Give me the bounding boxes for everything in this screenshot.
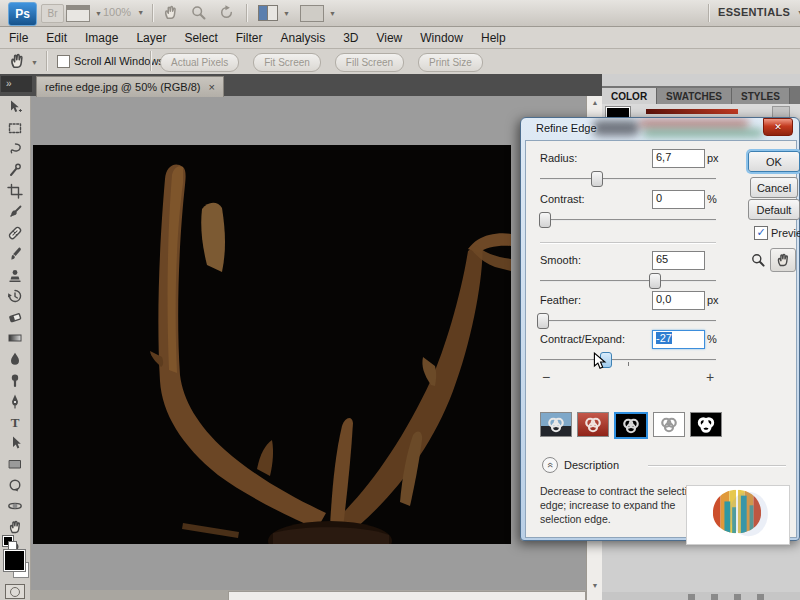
hand-tool-icon[interactable] bbox=[162, 4, 179, 25]
workspace-switcher[interactable]: ESSENTIALS ▼ bbox=[718, 6, 800, 18]
menu-item-layer[interactable]: Layer bbox=[127, 31, 175, 45]
radius-unit: px bbox=[707, 152, 719, 164]
panel-tab-styles[interactable]: STYLES bbox=[732, 88, 790, 104]
menu-item-filter[interactable]: Filter bbox=[227, 31, 272, 45]
cancel-button[interactable]: Cancel bbox=[750, 177, 798, 198]
rotate-view-icon[interactable] bbox=[218, 4, 235, 25]
horizontal-scrollbar[interactable] bbox=[30, 590, 586, 600]
preview-mode-on-black[interactable] bbox=[614, 412, 648, 439]
quick-mask-button[interactable] bbox=[5, 584, 25, 599]
menu-item-window[interactable]: Window bbox=[411, 31, 472, 45]
glass-reflection bbox=[639, 119, 749, 128]
radius-slider[interactable] bbox=[540, 170, 716, 186]
tool-brush[interactable] bbox=[3, 243, 27, 264]
description-collapse-button[interactable]: « bbox=[542, 457, 558, 473]
contrast-slider[interactable] bbox=[540, 211, 716, 227]
view-extras-button[interactable]: ▼ bbox=[66, 5, 102, 22]
tool-rectangular-marquee[interactable] bbox=[3, 117, 27, 138]
tool-eraser[interactable] bbox=[3, 306, 27, 327]
contrast-slider-thumb[interactable] bbox=[539, 212, 551, 228]
scroll-down-icon[interactable]: ▼ bbox=[587, 582, 603, 589]
tools-panel-collapse[interactable]: » bbox=[1, 76, 32, 92]
tool-path-selection[interactable] bbox=[3, 432, 27, 453]
tool-dodge[interactable] bbox=[3, 369, 27, 390]
tool-quick-selection[interactable] bbox=[3, 159, 27, 180]
optionsbar-button-actual-pixels[interactable]: Actual Pixels bbox=[160, 53, 239, 72]
preview-mode-standard[interactable] bbox=[540, 412, 572, 437]
tool-move[interactable] bbox=[3, 96, 27, 117]
smooth-input[interactable]: 65 bbox=[652, 251, 705, 270]
tool-blur[interactable] bbox=[3, 348, 27, 369]
bridge-button[interactable]: Br bbox=[41, 4, 64, 23]
menu-item-view[interactable]: View bbox=[367, 31, 411, 45]
menu-item-select[interactable]: Select bbox=[175, 31, 226, 45]
options-bar: ▼ Scroll All Windows Actual PixelsFit Sc… bbox=[0, 49, 800, 75]
dialog-zoom-tool-icon[interactable] bbox=[746, 249, 770, 271]
contract-expand-input[interactable]: -27 bbox=[652, 330, 705, 349]
divider bbox=[648, 465, 786, 466]
feather-slider-thumb[interactable] bbox=[537, 313, 549, 329]
contract-expand-slider[interactable] bbox=[540, 351, 716, 367]
refine-edge-dialog: Refine Edge ✕ Radius: 6,7 px Contrast: 0… bbox=[520, 117, 800, 541]
zoom-level-control[interactable]: 100% ▼ bbox=[103, 6, 144, 18]
scroll-all-windows-checkbox[interactable] bbox=[57, 55, 70, 68]
document-tab[interactable]: refine edge.jpg @ 50% (RGB/8) × bbox=[36, 76, 224, 97]
smooth-slider-thumb[interactable] bbox=[649, 273, 661, 289]
tool-hand[interactable] bbox=[3, 516, 27, 537]
contrast-input[interactable]: 0 bbox=[652, 190, 705, 209]
optionsbar-button-fill-screen[interactable]: Fill Screen bbox=[335, 53, 404, 72]
document-tab-close-icon[interactable]: × bbox=[208, 81, 214, 93]
menu-item-help[interactable]: Help bbox=[472, 31, 515, 45]
panel-tab-color[interactable]: COLOR bbox=[602, 88, 657, 104]
switch-colors-icon[interactable] bbox=[8, 541, 17, 550]
tool-crop[interactable] bbox=[3, 180, 27, 201]
dialog-close-button[interactable]: ✕ bbox=[763, 118, 793, 136]
horizontal-scrollbar-thumb[interactable] bbox=[228, 591, 586, 600]
screen-mode-button[interactable]: ▼ bbox=[300, 5, 336, 22]
smooth-label: Smooth: bbox=[540, 254, 581, 266]
tool-3d-orbit[interactable] bbox=[3, 495, 27, 516]
menu-item-3d[interactable]: 3D bbox=[334, 31, 367, 45]
tool-history-brush[interactable] bbox=[3, 285, 27, 306]
preview-mode-quick-mask[interactable] bbox=[577, 412, 609, 437]
menu-item-image[interactable]: Image bbox=[76, 31, 127, 45]
foreground-color-swatch[interactable] bbox=[4, 550, 25, 571]
scroll-up-icon[interactable]: ▲ bbox=[587, 99, 603, 106]
tool-clone-stamp[interactable] bbox=[3, 264, 27, 285]
chevrons-up-icon: « bbox=[545, 462, 555, 468]
chevron-down-icon[interactable]: ▼ bbox=[31, 59, 38, 66]
feather-slider[interactable] bbox=[540, 312, 716, 328]
tool-3d-rotate[interactable] bbox=[3, 474, 27, 495]
contract-expand-unit: % bbox=[707, 333, 717, 345]
color-slider-red[interactable] bbox=[646, 109, 738, 114]
dialog-hand-tool-button[interactable] bbox=[770, 248, 796, 272]
default-button[interactable]: Default bbox=[748, 199, 800, 220]
optionsbar-button-print-size[interactable]: Print Size bbox=[418, 53, 483, 72]
optionsbar-button-fit-screen[interactable]: Fit Screen bbox=[253, 53, 321, 72]
smooth-slider[interactable] bbox=[540, 272, 716, 288]
preview-checkbox[interactable]: ✓ bbox=[754, 226, 768, 240]
preview-mode-mask[interactable] bbox=[690, 412, 722, 437]
preview-mode-on-white[interactable] bbox=[653, 412, 685, 437]
tool-spot-healing[interactable] bbox=[3, 222, 27, 243]
mouse-cursor bbox=[593, 352, 607, 371]
tool-pen[interactable] bbox=[3, 390, 27, 411]
menu-item-file[interactable]: File bbox=[0, 31, 37, 45]
radius-input[interactable]: 6,7 bbox=[652, 149, 705, 168]
menu-item-analysis[interactable]: Analysis bbox=[271, 31, 334, 45]
panel-tab-swatches[interactable]: SWATCHES bbox=[657, 88, 732, 104]
tool-lasso[interactable] bbox=[3, 138, 27, 159]
tool-gradient[interactable] bbox=[3, 327, 27, 348]
zoom-tool-icon[interactable] bbox=[190, 4, 207, 25]
dialog-title-bar[interactable]: Refine Edge ✕ bbox=[521, 118, 799, 140]
ok-button[interactable]: OK bbox=[748, 151, 800, 172]
arrange-documents-button[interactable]: ▼ bbox=[258, 5, 290, 21]
feather-input[interactable]: 0,0 bbox=[652, 291, 705, 310]
tool-eyedropper[interactable] bbox=[3, 201, 27, 222]
menu-item-edit[interactable]: Edit bbox=[37, 31, 76, 45]
hand-tool-current-icon[interactable] bbox=[8, 52, 26, 74]
tool-type[interactable]: T bbox=[3, 411, 27, 432]
radius-slider-thumb[interactable] bbox=[591, 171, 603, 187]
canvas-image[interactable] bbox=[33, 145, 511, 544]
tool-rectangle-shape[interactable] bbox=[3, 453, 27, 474]
